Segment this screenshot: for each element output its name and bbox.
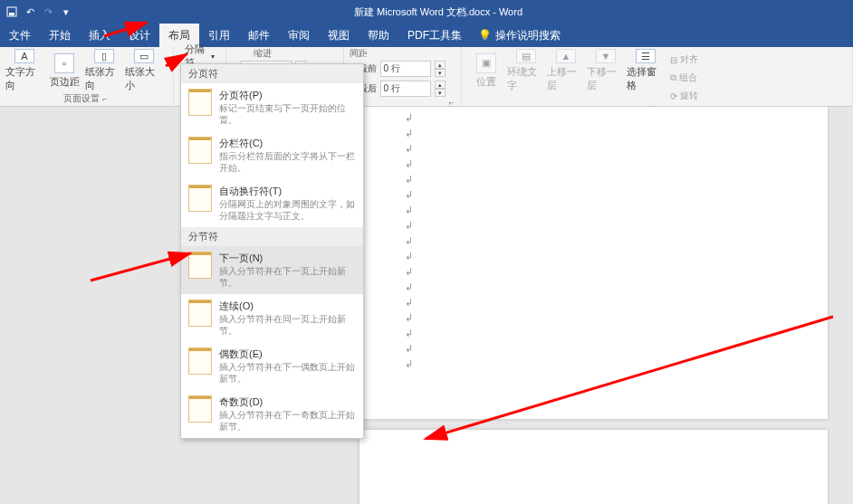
dropdown-group-header: 分页符 — [181, 64, 363, 83]
margins-icon: ▫ — [54, 53, 74, 73]
tab-mailings[interactable]: 邮件 — [239, 24, 279, 47]
group-icon: ⧉ — [670, 72, 676, 83]
undo-icon[interactable]: ↶ — [24, 5, 36, 18]
spacing-after-input[interactable]: 0 行 — [380, 81, 431, 97]
qat-customize-icon[interactable]: ▾ — [60, 5, 72, 18]
text-direction-button[interactable]: A文字方向 — [5, 49, 43, 92]
tab-file[interactable]: 文件 — [0, 24, 40, 47]
wrap-icon: ▤ — [516, 49, 536, 63]
ribbon: A文字方向 ▫页边距 ▯纸张方向 ▭纸张大小 页面设置 ⌐ 分隔符▾ 缩进 ≡▴… — [0, 47, 853, 107]
send-back-icon: ▼ — [596, 49, 616, 63]
wrap-break-icon — [188, 185, 212, 212]
breaks-button[interactable]: 分隔符▾ — [179, 49, 220, 63]
spin-down[interactable]: ▾ — [435, 69, 446, 77]
section-continuous-item[interactable]: 连续(O)插入分节符并在同一页上开始新节。 — [181, 294, 363, 342]
tab-design[interactable]: 设计 — [120, 24, 159, 47]
align-button[interactable]: ⊟对齐 — [666, 51, 702, 69]
window-title: 新建 Microsoft Word 文档.docx - Word — [78, 5, 853, 19]
save-icon[interactable] — [5, 5, 18, 18]
section-odd-page-item[interactable]: 奇数页(D)插入分节符并在下一奇数页上开始新节。 — [181, 390, 363, 438]
page-setup-launcher[interactable]: ⌐ — [102, 94, 109, 103]
rotate-button[interactable]: ⟳旋转 — [666, 87, 702, 105]
wrap-button[interactable]: ▤环绕文字 — [507, 49, 545, 92]
send-back-button[interactable]: ▼下移一层 — [587, 49, 625, 92]
tell-me-search[interactable]: 💡 操作说明搜索 — [478, 28, 561, 43]
group-arrange: ▣位置 ▤环绕文字 ▲上移一层 ▼下移一层 ☰选择窗格 ⊟对齐 ⧉组合 ⟳旋转 … — [462, 47, 853, 107]
size-button[interactable]: ▭纸张大小 — [125, 49, 163, 92]
selection-pane-icon: ☰ — [636, 49, 656, 63]
continuous-icon — [188, 300, 212, 327]
chevron-down-icon: ▾ — [211, 52, 215, 61]
even-page-icon — [188, 347, 212, 375]
orientation-icon: ▯ — [94, 49, 114, 63]
page-break-icon — [188, 89, 212, 116]
position-icon: ▣ — [476, 53, 496, 73]
document-area: ↲ ↲↲↲↲↲↲↲↲↲↲↲↲↲↲↲↲ 2 — [0, 107, 853, 504]
group-button[interactable]: ⧉组合 — [666, 69, 702, 87]
bring-forward-button[interactable]: ▲上移一层 — [547, 49, 585, 92]
tab-help[interactable]: 帮助 — [359, 24, 398, 47]
quick-access-toolbar: ↶ ↷ ▾ — [0, 5, 78, 18]
column-break-icon — [188, 137, 212, 164]
next-page-icon — [188, 252, 212, 279]
text-direction-icon: A — [14, 49, 34, 63]
svg-rect-1 — [9, 13, 14, 15]
page-1[interactable]: ↲ ↲↲↲↲↲↲↲↲↲↲↲↲↲↲↲↲ — [359, 107, 828, 419]
selection-pane-button[interactable]: ☰选择窗格 — [627, 49, 665, 92]
group-page-setup: A文字方向 ▫页边距 ▯纸张方向 ▭纸张大小 页面设置 ⌐ — [0, 47, 174, 107]
break-column-item[interactable]: 分栏符(C)指示分栏符后面的文字将从下一栏开始。 — [181, 131, 363, 179]
odd-page-icon — [188, 395, 212, 423]
bring-forward-icon: ▲ — [556, 49, 576, 63]
spin-down[interactable]: ▾ — [435, 89, 446, 97]
break-page-item[interactable]: 分页符(P)标记一页结束与下一页开始的位置。 — [181, 83, 363, 131]
menu-bar: 文件 开始 插入 设计 布局 引用 邮件 审阅 视图 帮助 PDF工具集 💡 操… — [0, 24, 853, 47]
tell-me-label: 操作说明搜索 — [495, 28, 561, 43]
section-even-page-item[interactable]: 偶数页(E)插入分节符并在下一偶数页上开始新节。 — [181, 342, 363, 390]
redo-icon[interactable]: ↷ — [42, 5, 54, 18]
lightbulb-icon: 💡 — [478, 29, 492, 42]
tab-pdf-tools[interactable]: PDF工具集 — [398, 24, 471, 47]
orientation-button[interactable]: ▯纸张方向 — [85, 49, 123, 92]
tab-review[interactable]: 审阅 — [279, 24, 319, 47]
tab-home[interactable]: 开始 — [40, 24, 80, 47]
section-next-page-item[interactable]: 下一页(N)插入分节符并在下一页上开始新节。 — [181, 246, 363, 294]
spacing-before-input[interactable]: 0 行 — [380, 61, 431, 77]
tab-insert[interactable]: 插入 — [80, 24, 120, 47]
dropdown-group-header: 分节符 — [181, 227, 363, 246]
tab-view[interactable]: 视图 — [319, 24, 359, 47]
rotate-icon: ⟳ — [670, 91, 677, 101]
margins-button[interactable]: ▫页边距 — [45, 49, 83, 92]
spin-up[interactable]: ▴ — [435, 61, 446, 69]
page-2[interactable]: 2 — [359, 430, 828, 504]
spin-up[interactable]: ▴ — [435, 81, 446, 89]
paragraph-launcher[interactable]: ⌐ — [350, 98, 455, 107]
position-button[interactable]: ▣位置 — [467, 49, 505, 92]
size-icon: ▭ — [134, 49, 154, 63]
breaks-dropdown: 分页符 分页符(P)标记一页结束与下一页开始的位置。 分栏符(C)指示分栏符后面… — [180, 63, 364, 439]
title-bar: ↶ ↷ ▾ 新建 Microsoft Word 文档.docx - Word — [0, 0, 853, 24]
break-wrap-item[interactable]: 自动换行符(T)分隔网页上的对象周围的文字，如分隔题注文字与正文。 — [181, 179, 363, 227]
align-icon: ⊟ — [670, 55, 677, 65]
paragraph-mark: ↲ — [405, 110, 782, 126]
